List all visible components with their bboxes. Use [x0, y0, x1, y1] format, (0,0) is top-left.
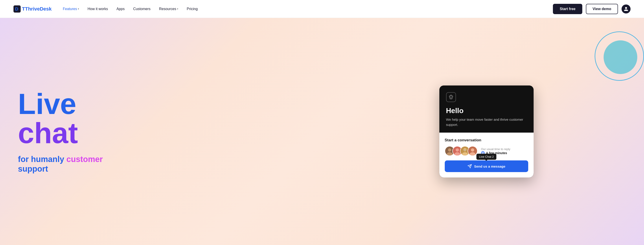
chat-widget-body: Start a conversation — [439, 132, 534, 178]
svg-point-6 — [456, 148, 459, 152]
view-demo-button[interactable]: View demo — [586, 4, 618, 14]
svg-line-19 — [483, 153, 483, 153]
svg-point-3 — [448, 148, 451, 152]
widget-logo — [446, 92, 456, 102]
agent-avatar-4 — [468, 146, 478, 156]
send-button-wrap: Live Chat 2 Send us a message — [445, 160, 528, 172]
nav-pricing[interactable]: Pricing — [184, 5, 201, 13]
chevron-resources-icon: ▾ — [177, 8, 178, 10]
nav-features[interactable]: Features ▾ — [60, 5, 82, 13]
brand-name: TThriveDesk — [22, 6, 52, 12]
user-account-button[interactable] — [622, 4, 630, 14]
logo[interactable]: D TThriveDesk — [14, 6, 52, 12]
widget-description: We help your team move faster and thrive… — [446, 117, 527, 127]
hero-section: Live chat for humanly customer support H… — [0, 18, 644, 245]
svg-point-15 — [471, 148, 474, 152]
reply-label: Our usual time to reply — [481, 148, 510, 151]
hero-title: Live chat — [18, 89, 315, 148]
svg-text:D: D — [15, 6, 18, 12]
nav-how-it-works[interactable]: How it works — [84, 5, 111, 13]
chevron-features-icon: ▾ — [78, 8, 79, 10]
nav-left: D TThriveDesk Features ▾ How it works Ap… — [14, 5, 201, 13]
start-free-button[interactable]: Start free — [553, 4, 582, 14]
live-chat-badge: Live Chat 2 — [476, 154, 496, 160]
nav-apps[interactable]: Apps — [113, 5, 128, 13]
hero-right: Hello We help your team move faster and … — [329, 18, 644, 245]
hero-left: Live chat for humanly customer support — [0, 18, 329, 245]
nav-links: Features ▾ How it works Apps Customers R… — [60, 5, 201, 13]
nav-right: Start free View demo — [553, 4, 630, 14]
nav-resources[interactable]: Resources ▾ — [156, 5, 181, 13]
widget-hello: Hello — [446, 106, 527, 115]
chat-widget-header: Hello We help your team move faster and … — [439, 86, 534, 132]
hero-subtitle: for humanly customer support — [18, 154, 315, 174]
start-conversation-title: Start a conversation — [445, 138, 528, 142]
deco-circle-inner — [604, 40, 637, 74]
navbar: D TThriveDesk Features ▾ How it works Ap… — [0, 0, 644, 18]
send-icon — [468, 164, 472, 168]
agent-avatars — [445, 146, 478, 156]
chat-widget: Hello We help your team move faster and … — [439, 86, 534, 178]
send-message-button[interactable]: Send us a message — [445, 160, 528, 172]
nav-customers[interactable]: Customers — [130, 5, 154, 13]
